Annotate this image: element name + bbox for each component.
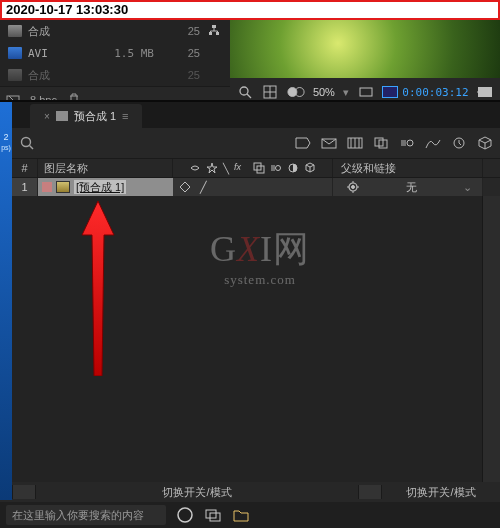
parent-dropdown[interactable]: 无 ⌄ — [341, 180, 478, 195]
col-layer-name[interactable]: 图层名称 — [38, 159, 173, 177]
asset-row[interactable]: AVI 1.5 MB 25 — [0, 42, 230, 64]
composition-icon — [8, 69, 22, 81]
svg-rect-2 — [216, 32, 219, 35]
comp-marker-icon[interactable] — [294, 134, 312, 152]
zoom-level[interactable]: 50% — [313, 86, 335, 98]
motion-blur-col-icon[interactable] — [270, 162, 282, 174]
adjustment-col-icon[interactable] — [287, 162, 299, 174]
footer-handle-mid[interactable] — [358, 485, 382, 499]
project-asset-list: 合成 25 AVI 1.5 MB 25 合成 25 8 bpc — [0, 20, 230, 100]
taskbar-search-input[interactable]: 在这里输入你要搜索的内容 — [6, 505, 166, 525]
svg-point-21 — [352, 186, 355, 189]
timeline-column-header: # 图层名称 ╲ fx 父级和链接 — [12, 158, 500, 178]
layer-index-cell: 1 — [12, 178, 38, 196]
parent-value: 无 — [406, 180, 417, 195]
svg-rect-24 — [210, 513, 220, 521]
shy-icon[interactable] — [320, 134, 338, 152]
asset-name: 合成 — [28, 24, 88, 39]
cortana-icon[interactable] — [176, 506, 194, 524]
svg-rect-23 — [206, 510, 216, 518]
resolution-icon[interactable] — [357, 83, 374, 101]
separator-icon: ╲ — [223, 163, 229, 174]
grid-icon[interactable] — [261, 83, 278, 101]
explorer-icon[interactable] — [232, 506, 250, 524]
frame-blend-icon[interactable] — [372, 134, 390, 152]
flowchart-icon[interactable] — [206, 24, 222, 38]
svg-point-14 — [407, 140, 413, 146]
asset-row[interactable]: 合成 25 — [0, 20, 230, 42]
draft-3d-icon[interactable] — [476, 134, 494, 152]
tab-label: 预合成 1 — [74, 109, 116, 124]
strip-number-icon: 2 — [3, 132, 8, 142]
magnify-icon[interactable] — [236, 83, 253, 101]
quality-switch[interactable]: ╱ — [200, 181, 207, 194]
timeline-tab[interactable]: × 预合成 1 ≡ — [30, 104, 142, 128]
motion-blur-icon[interactable] — [398, 134, 416, 152]
timecode-display[interactable]: 0:00:03:12 — [382, 86, 468, 99]
tab-menu-icon[interactable]: ≡ — [122, 110, 128, 122]
composition-viewer: 50% ▾ 0:00:03:12 — [230, 20, 500, 100]
snapshot-icon[interactable] — [477, 83, 494, 101]
svg-rect-0 — [212, 25, 216, 28]
task-view-icon[interactable] — [204, 506, 222, 524]
svg-point-9 — [22, 138, 31, 147]
layer-switches-icon[interactable] — [346, 134, 364, 152]
asset-framerate: 25 — [160, 25, 200, 37]
strip-fps-icon: ps) — [1, 144, 11, 151]
timeline-toolbar — [12, 128, 500, 158]
shy-switch-icon[interactable] — [189, 162, 201, 174]
col-parent[interactable]: 父级和链接 — [333, 159, 483, 177]
layer-name-cell[interactable]: [预合成 1] — [38, 178, 173, 196]
layer-name-text[interactable]: [预合成 1] — [74, 180, 126, 194]
project-panel: 合成 25 AVI 1.5 MB 25 合成 25 8 bpc — [0, 20, 500, 100]
timeline-left-strip[interactable]: 2 ps) — [0, 102, 12, 500]
footer-handle-left[interactable] — [12, 485, 36, 499]
video-file-icon — [8, 47, 22, 59]
toggle-switches-button[interactable]: 切换开关/模式 — [36, 485, 358, 500]
svg-rect-1 — [209, 32, 212, 35]
chevron-down-icon: ⌄ — [463, 181, 472, 194]
composition-icon — [56, 111, 68, 121]
toggle-switches-button-2[interactable]: 切换开关/模式 — [382, 485, 500, 500]
search-icon[interactable] — [18, 134, 36, 152]
timeline-footer: 切换开关/模式 切换开关/模式 — [12, 482, 500, 502]
parent-cell: 无 ⌄ — [333, 178, 483, 196]
col-index[interactable]: # — [12, 159, 38, 177]
timeline-tabbar: × 预合成 1 ≡ — [0, 102, 500, 128]
asset-row[interactable]: 合成 25 — [0, 64, 230, 86]
svg-point-4 — [240, 87, 248, 95]
precomp-icon — [56, 181, 70, 193]
svg-rect-8 — [360, 88, 372, 96]
pickwhip-icon[interactable] — [347, 181, 359, 193]
col-switches: ╲ fx — [173, 159, 333, 177]
preview-image[interactable] — [230, 20, 500, 78]
tab-close-icon[interactable]: × — [44, 111, 50, 122]
layer-label-color[interactable] — [42, 182, 52, 192]
star-icon[interactable] — [206, 162, 218, 174]
asset-name: AVI — [28, 47, 88, 60]
windows-taskbar: 在这里输入你要搜索的内容 — [0, 502, 500, 528]
collapse-transform-icon[interactable] — [179, 181, 191, 193]
timeline-body[interactable] — [12, 196, 500, 482]
taskbar-search-placeholder: 在这里输入你要搜索的内容 — [12, 508, 144, 523]
graph-editor-icon[interactable] — [424, 134, 442, 152]
composition-icon — [8, 25, 22, 37]
asset-framerate: 25 — [160, 47, 200, 59]
asset-size: 1.5 MB — [94, 47, 154, 60]
mask-toggle-icon[interactable] — [287, 83, 305, 101]
layer-switches-cell: ╱ — [173, 178, 333, 196]
fx-icon[interactable]: fx — [234, 162, 248, 174]
asset-framerate: 25 — [160, 69, 200, 81]
timeline-right-pane[interactable] — [482, 196, 500, 482]
frame-blend-col-icon[interactable] — [253, 162, 265, 174]
asset-name: 合成 — [28, 68, 88, 83]
timestamp-banner: 2020-10-17 13:03:30 — [0, 0, 500, 20]
timeline-layer-row[interactable]: 1 [预合成 1] ╱ 无 ⌄ — [12, 178, 500, 196]
svg-point-18 — [276, 166, 281, 171]
timecode-icon — [382, 86, 398, 98]
three-d-col-icon[interactable] — [304, 162, 316, 174]
timestamp-text: 2020-10-17 13:03:30 — [6, 2, 128, 17]
svg-point-22 — [178, 508, 192, 522]
render-queue-icon[interactable] — [450, 134, 468, 152]
timecode-value: 0:00:03:12 — [402, 86, 468, 99]
